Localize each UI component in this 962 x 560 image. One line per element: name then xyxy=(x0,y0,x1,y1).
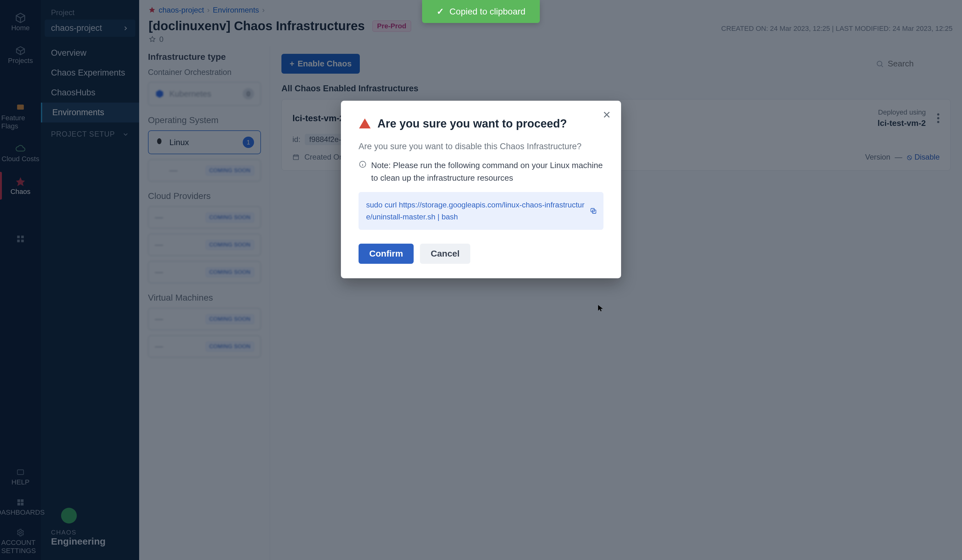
code-text: sudo curl https://storage.googleapis.com… xyxy=(366,200,584,221)
toast-text: Copied to clipboard xyxy=(450,6,525,17)
toast-copied: ✓ Copied to clipboard xyxy=(422,0,540,23)
modal-title: Are you sure you want to proceed? xyxy=(378,117,567,130)
code-box: sudo curl https://storage.googleapis.com… xyxy=(358,192,604,230)
warning-icon xyxy=(358,118,371,130)
modal-body: Are you sure you want to disable this Ch… xyxy=(358,142,604,152)
cancel-button[interactable]: Cancel xyxy=(420,244,470,264)
confirm-button[interactable]: Confirm xyxy=(358,244,414,264)
info-icon xyxy=(358,160,367,168)
modal-scrim[interactable]: ✕ Are you sure you want to proceed? Are … xyxy=(0,0,962,560)
modal-note: Note: Please run the following command o… xyxy=(371,159,604,184)
close-icon[interactable]: ✕ xyxy=(602,109,611,121)
confirm-modal: ✕ Are you sure you want to proceed? Are … xyxy=(341,101,621,278)
check-icon: ✓ xyxy=(437,6,444,17)
copy-code-button[interactable] xyxy=(589,207,597,215)
